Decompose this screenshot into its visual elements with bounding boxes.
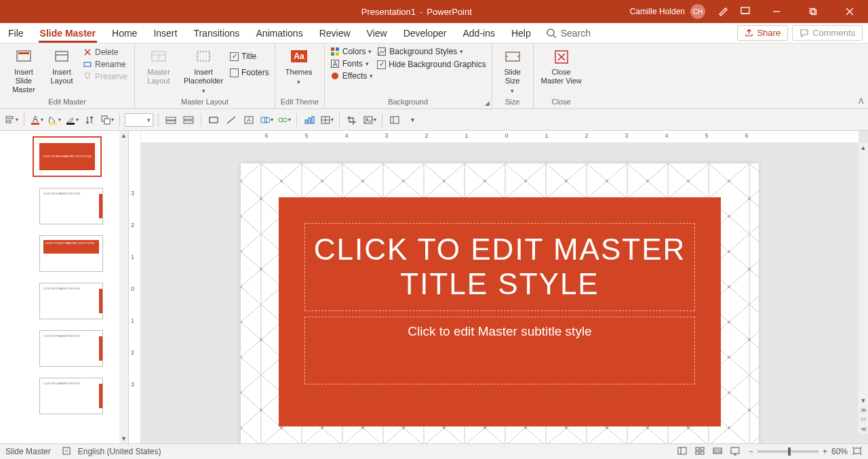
user-avatar[interactable]: CH — [690, 4, 705, 19]
tab-help[interactable]: Help — [503, 23, 539, 43]
accessibility-icon[interactable] — [62, 446, 71, 458]
svg-text:Aa: Aa — [294, 52, 304, 61]
tab-home[interactable]: Home — [104, 23, 145, 43]
more-tools[interactable]: ▾ — [405, 113, 420, 127]
colors-dropdown[interactable]: Colors▾ — [330, 46, 373, 57]
selection-pane-tool[interactable] — [387, 113, 402, 127]
svg-point-51 — [279, 118, 283, 122]
merge-shapes-2[interactable] — [181, 113, 196, 127]
fit-window-button[interactable] — [852, 446, 863, 458]
slide-sorter-view-button[interactable] — [694, 446, 705, 458]
zoom-control[interactable]: − + 60% — [749, 446, 863, 458]
tab-insert[interactable]: Insert — [145, 23, 185, 43]
zoom-level[interactable]: 60% — [831, 447, 848, 456]
slide-canvas[interactable]: CLICK TO EDIT MASTER TITLE STYLE Click t… — [241, 163, 759, 443]
tab-addins[interactable]: Add-ins — [454, 23, 502, 43]
thumb-layout-4[interactable]: CLICK TO EDIT MASTER TITLE STYLE — [39, 330, 103, 367]
themes-button[interactable]: Aa Themes▾ — [281, 46, 317, 87]
svg-rect-44 — [184, 121, 193, 123]
status-language[interactable]: English (United States) — [78, 447, 161, 456]
slide-size-button[interactable]: Slide Size▾ — [498, 46, 528, 96]
thumb-layout-3[interactable]: CLICK TO EDIT MASTER TITLE STYLE — [39, 283, 103, 319]
picture-tool[interactable]: ▾ — [362, 113, 377, 127]
share-button[interactable]: Share — [737, 25, 788, 41]
svg-rect-33 — [6, 117, 13, 119]
svg-rect-0 — [741, 7, 749, 14]
fonts-dropdown[interactable]: AFonts▾ — [330, 58, 373, 69]
reading-view-button[interactable] — [712, 446, 723, 458]
zoom-in-button[interactable]: + — [823, 447, 827, 456]
thumb-layout-5[interactable]: CLICK TO EDIT MASTER TITLE STYLE — [39, 378, 103, 414]
outline-color-button[interactable]: ▾ — [64, 113, 79, 127]
rectangle-tool[interactable] — [206, 113, 221, 127]
close-master-view-button[interactable]: Close Master View — [539, 46, 584, 85]
maximize-button[interactable] — [797, 0, 829, 23]
svg-line-46 — [227, 117, 235, 123]
title-checkbox[interactable]: Title — [230, 50, 269, 62]
hide-background-checkbox[interactable]: Hide Background Graphics — [377, 58, 486, 71]
svg-rect-9 — [18, 52, 29, 54]
thumb-layout-2[interactable]: CLICK TO EDIT MASTER TITLE STYLE — [39, 235, 103, 272]
svg-text:A: A — [33, 115, 38, 124]
sort-button[interactable] — [82, 113, 97, 127]
merge-shapes-1[interactable] — [163, 113, 178, 127]
shape-combo[interactable]: ▾ — [125, 113, 153, 127]
effects-dropdown[interactable]: Effects▾ — [330, 71, 373, 81]
rename-layout-button[interactable]: Rename — [81, 59, 129, 70]
fill-color-button[interactable]: ▾ — [47, 113, 62, 127]
background-styles-dropdown[interactable]: Background Styles▾ — [377, 46, 486, 57]
close-button[interactable] — [834, 0, 865, 23]
svg-rect-14 — [84, 62, 91, 66]
thumbnails-scrollbar[interactable]: ▲ ▼ — [119, 131, 128, 443]
insert-placeholder-button[interactable]: Insert Placeholder▾ — [181, 46, 226, 96]
tab-file[interactable]: File — [0, 23, 32, 43]
user-name: Camille Holden — [630, 7, 685, 16]
collapse-ribbon-button[interactable]: ᐱ — [859, 97, 864, 106]
svg-point-52 — [283, 118, 287, 122]
svg-rect-43 — [184, 117, 193, 119]
tab-review[interactable]: Review — [311, 23, 359, 43]
comments-button[interactable]: Comments — [792, 25, 863, 41]
slideshow-view-button[interactable] — [730, 446, 741, 458]
thumb-layout-1[interactable]: CLICK TO EDIT MASTER TITLE STYLE — [39, 188, 103, 224]
svg-rect-37 — [49, 123, 57, 125]
svg-point-27 — [332, 73, 338, 79]
tell-me-search[interactable]: Search — [546, 28, 591, 39]
master-subtitle-placeholder[interactable]: Click to edit Master subtitle style — [304, 317, 695, 384]
editor-vertical-scrollbar[interactable]: ▲ ▼≫⪥≪ — [859, 143, 868, 434]
tab-transitions[interactable]: Transitions — [185, 23, 248, 43]
draw-mode-icon[interactable] — [717, 5, 730, 19]
group-master-layout: Master Layout — [140, 96, 269, 108]
footers-checkbox[interactable]: Footers — [230, 66, 269, 79]
arrange-button[interactable]: ▾ — [100, 113, 115, 127]
tab-developer[interactable]: Developer — [395, 23, 455, 43]
svg-rect-77 — [701, 447, 704, 450]
tab-view[interactable]: View — [359, 23, 395, 43]
svg-rect-74 — [678, 447, 686, 454]
textbox-tool[interactable]: A — [241, 113, 256, 127]
horizontal-ruler: 6543210123456 — [141, 131, 859, 143]
table-tool[interactable]: ▾ — [319, 113, 334, 127]
window-title: Presentation1-PowerPoint — [203, 7, 630, 17]
display-options-icon[interactable] — [739, 5, 751, 19]
background-dialog-launcher[interactable]: ◢ — [485, 100, 490, 106]
insert-slide-master-button[interactable]: Insert Slide Master — [5, 46, 42, 94]
chart-tool[interactable] — [302, 113, 317, 127]
smartart-tool[interactable]: ▾ — [277, 113, 292, 127]
normal-view-button[interactable] — [677, 446, 688, 458]
master-title-placeholder[interactable]: CLICK TO EDIT MASTER TITLE STYLE — [304, 223, 695, 311]
align-objects-button[interactable]: ▾ — [4, 113, 19, 127]
zoom-out-button[interactable]: − — [749, 447, 753, 456]
line-tool[interactable] — [224, 113, 239, 127]
minimize-button[interactable] — [761, 0, 792, 23]
preserve-layout-button[interactable]: Preserve — [81, 71, 129, 82]
insert-layout-button[interactable]: Insert Layout — [46, 46, 77, 85]
shapes-tool[interactable]: ▾ — [259, 113, 274, 127]
master-layout-button: Master Layout — [140, 46, 177, 85]
crop-tool[interactable] — [344, 113, 359, 127]
svg-text:A: A — [247, 117, 251, 123]
delete-layout-button[interactable]: Delete — [81, 47, 129, 58]
tab-animations[interactable]: Animations — [248, 23, 311, 43]
font-color-button[interactable]: A▾ — [29, 113, 44, 127]
thumb-master[interactable]: CLICK TO EDIT MASTER TITLE STYLE — [33, 136, 102, 177]
